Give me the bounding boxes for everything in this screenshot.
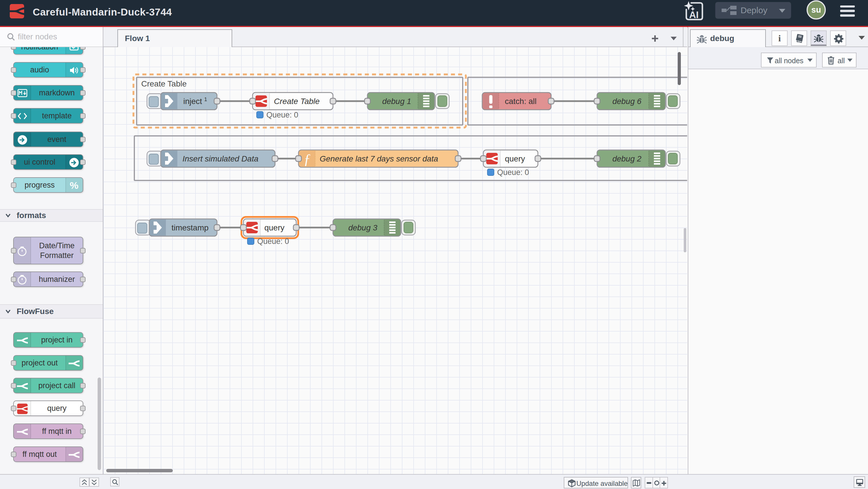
svg-text:debug 3: debug 3 bbox=[348, 223, 377, 232]
svg-text:Create Table: Create Table bbox=[141, 79, 187, 88]
svg-text:Queue: 0: Queue: 0 bbox=[267, 111, 298, 119]
svg-text:Generate last 7 days sensor da: Generate last 7 days sensor data bbox=[320, 154, 438, 163]
svg-text:debug 6: debug 6 bbox=[612, 97, 642, 106]
svg-text:ƒ: ƒ bbox=[304, 151, 311, 167]
svg-text:query: query bbox=[265, 223, 284, 232]
svg-text:Insert simulated Data: Insert simulated Data bbox=[183, 154, 259, 163]
svg-text:Create Table: Create Table bbox=[274, 97, 319, 106]
svg-text:query: query bbox=[505, 154, 525, 163]
svg-text:inject 1: inject 1 bbox=[183, 96, 207, 106]
svg-text:debug 1: debug 1 bbox=[382, 97, 411, 106]
svg-text:debug 2: debug 2 bbox=[612, 154, 642, 163]
svg-text:Queue: 0: Queue: 0 bbox=[257, 237, 289, 246]
svg-text:Queue: 0: Queue: 0 bbox=[497, 168, 529, 177]
svg-text:catch: all: catch: all bbox=[505, 97, 537, 106]
svg-text:AI: AI bbox=[689, 9, 699, 20]
svg-text:timestamp: timestamp bbox=[172, 223, 208, 232]
